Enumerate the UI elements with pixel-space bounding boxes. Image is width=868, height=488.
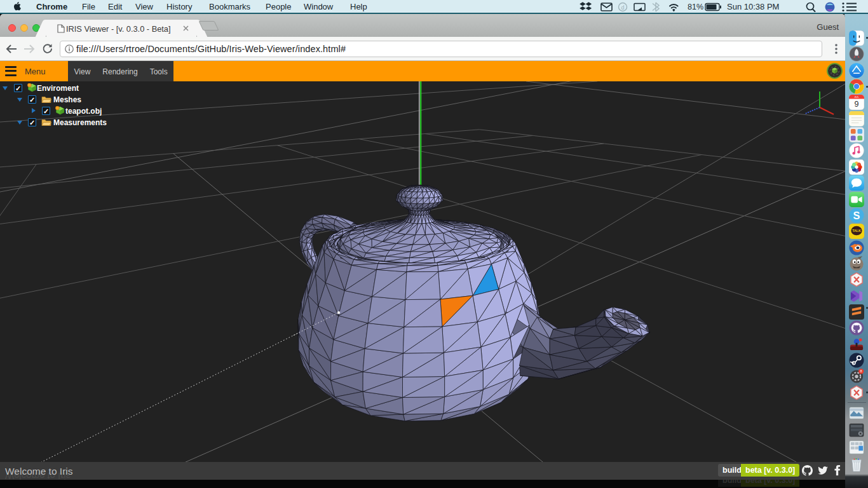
svg-text:9: 9 [855,100,859,109]
svg-text:Sun 10:38 PM: Sun 10:38 PM [727,2,779,11]
svg-text:TALK: TALK [852,229,861,233]
svg-text:S: S [853,210,860,221]
svg-text:JUL: JUL [854,95,859,98]
svg-text:8: 8 [860,369,862,373]
svg-text:81%: 81% [688,3,703,11]
svg-text:d: d [621,4,624,11]
